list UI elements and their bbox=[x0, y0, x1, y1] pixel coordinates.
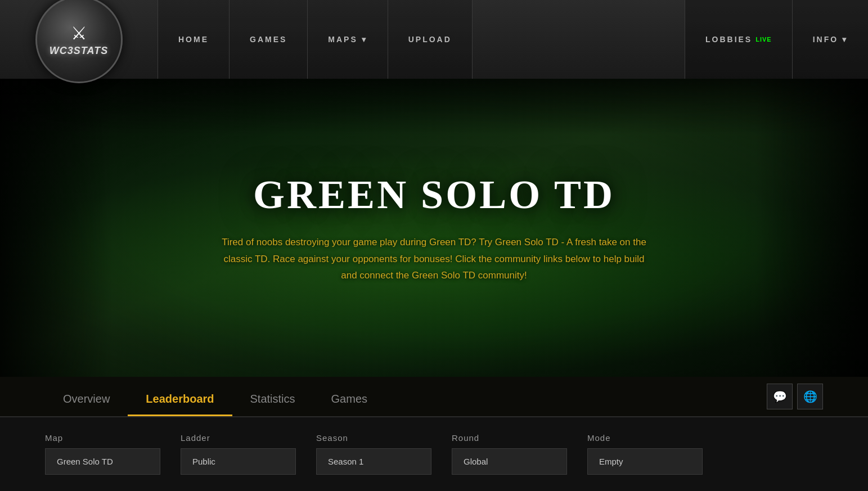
hero-description: Tired of noobs destroying your game play… bbox=[218, 234, 651, 284]
tab-games[interactable]: Games bbox=[313, 377, 385, 416]
hero-dark-top bbox=[0, 79, 868, 135]
discord-icon: 💬 bbox=[773, 390, 787, 403]
filter-season: Season Season 1 bbox=[316, 433, 431, 475]
nav-upload[interactable]: UPLOAD bbox=[388, 0, 473, 79]
nav-games[interactable]: GAMES bbox=[230, 0, 308, 79]
tab-icons: 💬 🌐 bbox=[767, 384, 823, 416]
navbar: ⚔ WC3STATS HOME GAMES MAPS ▾ UPLOAD LOBB… bbox=[0, 0, 868, 79]
logo-emblem: ⚔ bbox=[71, 22, 87, 44]
filter-ladder-label: Ladder bbox=[181, 433, 296, 443]
hero-section: GREEN SOLO TD Tired of noobs destroying … bbox=[0, 79, 868, 377]
tabs-list: Overview Leaderboard Statistics Games bbox=[45, 377, 385, 416]
nav-home[interactable]: HOME bbox=[158, 0, 230, 79]
filter-map: Map Green Solo TD bbox=[45, 433, 160, 475]
nav-info[interactable]: INFO ▾ bbox=[792, 0, 868, 79]
filter-round-label: Round bbox=[452, 433, 567, 443]
hero-content: GREEN SOLO TD Tired of noobs destroying … bbox=[195, 172, 673, 284]
filter-ladder: Ladder Public bbox=[181, 433, 296, 475]
logo[interactable]: ⚔ WC3STATS bbox=[35, 0, 123, 83]
filter-ladder-select[interactable]: Public bbox=[181, 448, 296, 475]
tabs-section: Overview Leaderboard Statistics Games 💬 … bbox=[0, 377, 868, 417]
filter-season-label: Season bbox=[316, 433, 431, 443]
filter-section: Map Green Solo TD Ladder Public Season S… bbox=[0, 417, 868, 491]
filter-season-select[interactable]: Season 1 bbox=[316, 448, 431, 475]
filter-mode: Mode Empty bbox=[587, 433, 703, 475]
tab-leaderboard[interactable]: Leaderboard bbox=[128, 377, 232, 416]
tab-overview[interactable]: Overview bbox=[45, 377, 128, 416]
filter-round: Round Global bbox=[452, 433, 567, 475]
discord-icon-btn[interactable]: 💬 bbox=[767, 384, 793, 409]
hero-title: GREEN SOLO TD bbox=[218, 172, 651, 218]
filter-map-label: Map bbox=[45, 433, 160, 443]
lobbies-label: LOBBIES bbox=[705, 35, 752, 44]
live-badge: LIVE bbox=[755, 36, 771, 43]
globe-icon: 🌐 bbox=[803, 390, 817, 403]
filter-mode-label: Mode bbox=[587, 433, 703, 443]
tab-statistics[interactable]: Statistics bbox=[232, 377, 313, 416]
nav-right: LOBBIES LIVE INFO ▾ bbox=[685, 0, 868, 79]
logo-text: WC3STATS bbox=[50, 45, 108, 57]
nav-maps[interactable]: MAPS ▾ bbox=[308, 0, 388, 79]
nav-lobbies[interactable]: LOBBIES LIVE bbox=[685, 0, 792, 79]
globe-icon-btn[interactable]: 🌐 bbox=[797, 384, 823, 409]
nav-links: HOME GAMES MAPS ▾ UPLOAD bbox=[158, 0, 473, 79]
filter-map-select[interactable]: Green Solo TD bbox=[45, 448, 160, 475]
filter-mode-select[interactable]: Empty bbox=[587, 448, 703, 475]
filter-round-select[interactable]: Global bbox=[452, 448, 567, 475]
logo-area: ⚔ WC3STATS bbox=[0, 0, 158, 83]
